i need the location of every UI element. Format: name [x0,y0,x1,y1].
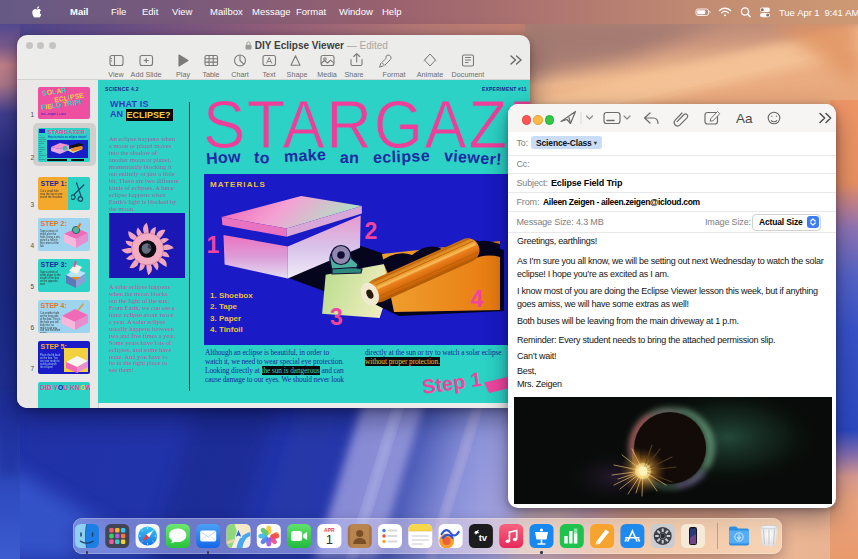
svg-text:Media: Media [317,70,337,79]
svg-text:Document: Document [452,70,485,79]
svg-text:Table: Table [202,70,219,79]
svg-text:Text: Text [262,70,275,79]
svg-text:Add Slide: Add Slide [131,70,162,79]
svg-text:4: 4 [471,286,484,312]
svg-text:Format: Format [383,70,406,79]
svg-text:Chart: Chart [231,70,249,79]
svg-text:View: View [108,70,124,79]
svg-text:Aa: Aa [736,111,753,126]
svg-text:1: 1 [207,232,220,258]
svg-text:1: 1 [326,532,333,547]
svg-text:Animate: Animate [417,70,443,79]
svg-text:3: 3 [330,304,343,330]
svg-text:Play: Play [176,70,190,79]
svg-text:tv: tv [479,532,488,543]
svg-text:Share: Share [344,70,363,79]
svg-text:Shape: Shape [287,70,308,79]
svg-text:2: 2 [365,218,378,244]
